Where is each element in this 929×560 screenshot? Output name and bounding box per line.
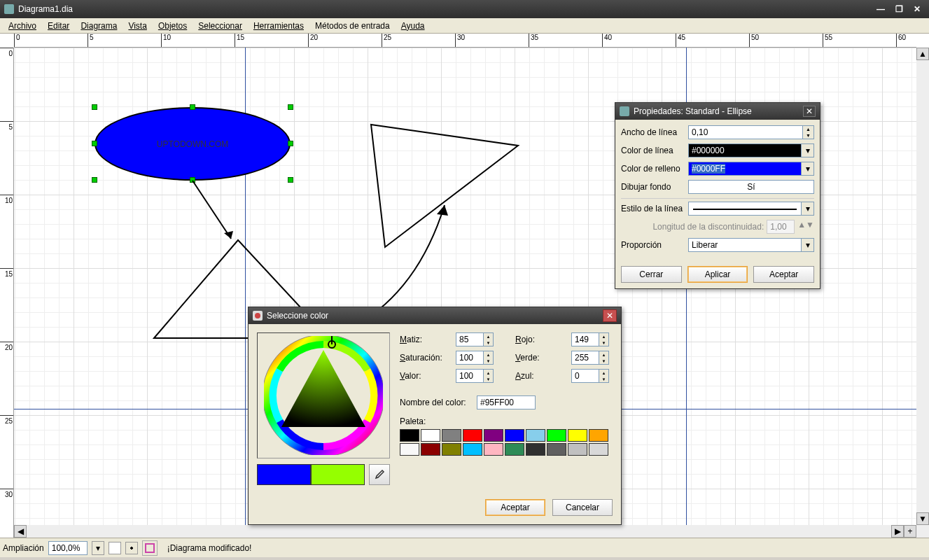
- menu-metodos[interactable]: Métodos de entrada: [309, 20, 396, 32]
- apply-button[interactable]: Aplicar: [687, 266, 748, 283]
- minimize-button[interactable]: —: [873, 3, 888, 15]
- color-name-label: Nombre del color:: [400, 398, 477, 407]
- selection-handle[interactable]: [92, 141, 97, 146]
- scroll-corner: [916, 525, 929, 538]
- line-style-preview[interactable]: [688, 202, 802, 216]
- palette-swatch[interactable]: [463, 443, 482, 456]
- value-input[interactable]: [456, 369, 484, 383]
- line-width-input[interactable]: [688, 125, 803, 139]
- selection-handle[interactable]: [288, 177, 293, 183]
- palette-swatch[interactable]: [421, 429, 440, 442]
- selection-handle[interactable]: [288, 104, 293, 110]
- scroll-track[interactable]: [916, 60, 929, 512]
- accept-button[interactable]: Aceptar: [485, 499, 545, 516]
- eyedropper-button[interactable]: [369, 464, 390, 485]
- palette-swatch[interactable]: [484, 429, 503, 442]
- dialog-titlebar[interactable]: Seleccione color ✕: [249, 307, 621, 324]
- selection-handle[interactable]: [92, 177, 97, 183]
- selection-handle[interactable]: [92, 104, 97, 110]
- zoom-input[interactable]: [48, 541, 88, 555]
- prop-label-dash-length: Longitud de la discontinuidad:: [652, 222, 764, 232]
- palette-swatch[interactable]: [442, 443, 461, 456]
- snap-toggle-icon[interactable]: [125, 542, 138, 554]
- palette-swatch[interactable]: [568, 443, 587, 456]
- blue-input[interactable]: [571, 369, 599, 383]
- menu-editar[interactable]: Editar: [42, 20, 75, 32]
- menu-ayuda[interactable]: Ayuda: [396, 20, 431, 32]
- palette-swatch[interactable]: [400, 443, 419, 456]
- selection-handle[interactable]: [190, 104, 195, 110]
- shape-ellipse[interactable]: UPTODOWN.COM: [95, 107, 291, 181]
- close-icon[interactable]: ✕: [603, 309, 617, 322]
- prop-label-proportion: Proporción: [621, 240, 688, 250]
- dialog-titlebar[interactable]: Propiedades: Standard - Ellipse ✕: [615, 103, 820, 120]
- svg-point-4: [255, 313, 260, 318]
- dropdown-button[interactable]: ▾: [802, 144, 814, 158]
- color-name-input[interactable]: [477, 396, 536, 410]
- grid-toggle-icon[interactable]: [109, 542, 121, 554]
- palette-swatch[interactable]: [526, 429, 545, 442]
- selection-handle[interactable]: [288, 141, 293, 146]
- spinner[interactable]: ▲▼: [599, 369, 609, 383]
- spinner[interactable]: ▲▼: [484, 369, 494, 383]
- palette-swatch[interactable]: [505, 429, 524, 442]
- scroll-up-button[interactable]: ▲: [916, 48, 929, 60]
- spinner[interactable]: ▲▼: [599, 351, 609, 365]
- draw-bg-toggle[interactable]: Sí: [688, 180, 814, 194]
- palette-swatch[interactable]: [547, 429, 566, 442]
- cancel-button[interactable]: Cancelar: [552, 499, 613, 516]
- color-wheel[interactable]: [257, 332, 390, 458]
- close-button[interactable]: ✕: [909, 3, 925, 15]
- palette-swatch[interactable]: [505, 443, 524, 456]
- menu-herramientas[interactable]: Herramientas: [248, 20, 309, 32]
- prop-label-line-width: Ancho de línea: [621, 127, 688, 137]
- zoom-dropdown-button[interactable]: ▾: [92, 541, 104, 555]
- red-input[interactable]: [571, 332, 599, 346]
- green-label: Verde:: [515, 353, 571, 363]
- palette-swatch[interactable]: [484, 443, 503, 456]
- palette-swatch[interactable]: [589, 429, 608, 442]
- menu-vista[interactable]: Vista: [123, 20, 152, 32]
- palette-swatch[interactable]: [526, 443, 545, 456]
- palette-swatch[interactable]: [442, 429, 461, 442]
- diagram-icon[interactable]: [142, 540, 158, 556]
- spinner[interactable]: ▲▼: [484, 332, 494, 346]
- fill-color-field[interactable]: #0000FF: [688, 162, 802, 176]
- green-input[interactable]: [571, 351, 599, 365]
- menu-seleccionar[interactable]: Seleccionar: [193, 20, 248, 32]
- close-button[interactable]: Cerrar: [621, 266, 682, 283]
- dropdown-button[interactable]: ▾: [802, 238, 814, 252]
- dropdown-button[interactable]: ▾: [802, 162, 814, 176]
- spinner[interactable]: ▲▼: [803, 125, 814, 139]
- palette-swatch[interactable]: [421, 443, 440, 456]
- menu-objetos[interactable]: Objetos: [153, 20, 193, 32]
- palette-swatch[interactable]: [463, 429, 482, 442]
- scroll-right-button[interactable]: ▶: [891, 525, 904, 538]
- scroll-left-button[interactable]: ◀: [14, 525, 27, 538]
- proportion-select[interactable]: [688, 238, 802, 252]
- selection-handle[interactable]: [190, 177, 195, 183]
- scrollbar-horizontal[interactable]: ◀ ▶ +: [14, 525, 916, 538]
- scroll-down-button[interactable]: ▼: [916, 512, 929, 525]
- accept-button[interactable]: Aceptar: [753, 266, 814, 283]
- dash-length-input: [767, 220, 795, 234]
- dropdown-button[interactable]: ▾: [802, 202, 814, 216]
- palette-swatch[interactable]: [568, 429, 587, 442]
- dialog-icon: [620, 106, 629, 116]
- line-color-field[interactable]: #000000: [688, 144, 802, 158]
- close-icon[interactable]: ✕: [803, 106, 816, 117]
- spinner[interactable]: ▲▼: [484, 351, 494, 365]
- palette-swatch[interactable]: [589, 443, 608, 456]
- menu-diagrama[interactable]: Diagrama: [75, 20, 123, 32]
- maximize-button[interactable]: ❐: [891, 3, 907, 15]
- scrollbar-vertical[interactable]: ▲ ▼: [916, 48, 929, 525]
- add-tab-button[interactable]: +: [904, 525, 916, 538]
- hue-input[interactable]: [456, 332, 484, 346]
- shape-arrow: [193, 181, 231, 239]
- scroll-track[interactable]: [27, 525, 891, 538]
- palette-swatch[interactable]: [547, 443, 566, 456]
- palette-swatch[interactable]: [400, 429, 419, 442]
- spinner[interactable]: ▲▼: [599, 332, 609, 346]
- saturation-input[interactable]: [456, 351, 484, 365]
- menu-archivo[interactable]: Archivo: [3, 20, 42, 32]
